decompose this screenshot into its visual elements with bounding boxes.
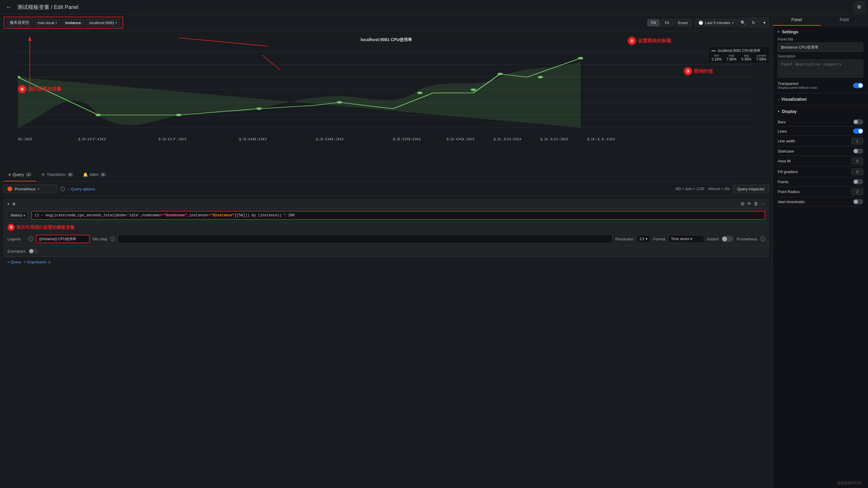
- metrics-select[interactable]: Metrics ▾: [7, 212, 28, 219]
- exact-button[interactable]: Exact: [674, 19, 692, 27]
- svg-text:13:07:30: 13:07:30: [158, 137, 186, 141]
- svg-text:13:10:30: 13:10:30: [539, 137, 568, 141]
- svg-point-18: [337, 101, 342, 103]
- transparent-row: Transparent Display panel without a bac: [778, 82, 863, 89]
- panel-title-input[interactable]: [778, 42, 863, 52]
- query-tabs: ≡ Query 1 ⟲ Transform 0 🔔 Alert 0: [0, 168, 773, 182]
- area-fill-value[interactable]: 0: [851, 158, 863, 164]
- panel-tab[interactable]: Panel: [773, 14, 820, 26]
- more-button[interactable]: ▾: [760, 18, 769, 27]
- datasource-select[interactable]: Prometheus ▾: [4, 185, 57, 193]
- instance-dropdown[interactable]: localhost:9081 ▾: [86, 19, 120, 27]
- variable-group: 服务器类型 mac-local ▾ instance localhost:908…: [4, 17, 123, 29]
- back-button[interactable]: ←: [4, 2, 14, 11]
- min-step-info-icon[interactable]: i: [110, 236, 115, 241]
- display-area-fill: Area fill 0: [778, 156, 863, 166]
- alert-thresholds-toggle[interactable]: [853, 199, 863, 204]
- chevron-down-icon: ▾: [56, 21, 57, 25]
- clock-icon: 🕐: [699, 21, 703, 25]
- datasource-info-icon[interactable]: i: [60, 187, 65, 191]
- query-tab[interactable]: ≡ Query 1: [4, 168, 36, 182]
- more-icon[interactable]: ⋯: [761, 201, 765, 206]
- bars-toggle[interactable]: [853, 119, 863, 125]
- fill-button[interactable]: Fill: [647, 19, 660, 27]
- chevron-down-icon-5: ▾: [38, 187, 39, 191]
- svg-text:13:11:00: 13:11:00: [586, 137, 615, 141]
- refresh-button[interactable]: ↻: [749, 18, 758, 27]
- query-options-button[interactable]: › Query options: [68, 187, 95, 191]
- transform-tab[interactable]: ⟲ Transform 0: [36, 168, 78, 182]
- time-picker[interactable]: 🕐 Last 5 minutes ▾: [695, 19, 737, 27]
- annotation-4: ④ 我们设置的变量: [18, 85, 61, 93]
- transform-icon: ⟲: [41, 172, 45, 177]
- delete-icon[interactable]: 🗑: [754, 201, 758, 206]
- legend-info-icon[interactable]: i: [28, 236, 33, 241]
- svg-text:13:09:30: 13:09:30: [445, 137, 474, 141]
- svg-point-15: [96, 114, 101, 116]
- lines-toggle[interactable]: [853, 128, 863, 134]
- duplicate-icon[interactable]: ⊞: [741, 201, 745, 206]
- line-width-value[interactable]: 1: [851, 138, 863, 144]
- gear-icon: ⚙: [857, 4, 861, 10]
- query-count-badge: 1: [26, 172, 32, 177]
- annotation-2: ② 表示引用我们设置的模板变量: [4, 223, 769, 232]
- description-label: Description: [778, 54, 863, 58]
- point-radius-value[interactable]: 2: [851, 188, 863, 195]
- query-expression[interactable]: (1 - avg(irate(node_cpu_seconds_total{mo…: [31, 211, 765, 220]
- chevron-down-icon-9: ▾: [778, 30, 779, 34]
- svg-text:13:06:30: 13:06:30: [18, 137, 32, 141]
- server-type-dropdown[interactable]: mac-local ▾: [34, 19, 60, 27]
- exemplars-toggle[interactable]: [29, 249, 39, 254]
- instant-toggle[interactable]: [722, 236, 734, 242]
- format-select[interactable]: Time series ▾: [668, 235, 704, 243]
- collapse-icon: ▾: [7, 202, 9, 206]
- hide-icon[interactable]: 👁: [747, 201, 751, 206]
- settings-header[interactable]: ▾ Settings: [778, 30, 863, 34]
- svg-point-23: [578, 57, 583, 59]
- add-query-button[interactable]: + Query: [7, 260, 21, 264]
- display-point-radius: Point Radius 2: [778, 187, 863, 197]
- fit-button[interactable]: Fit: [661, 19, 673, 27]
- exemplars-row: Exemplars: [4, 246, 769, 256]
- display-header[interactable]: ▾ Display: [778, 109, 863, 114]
- toolbar-row: 服务器类型 mac-local ▾ instance localhost:908…: [0, 14, 773, 31]
- transform-count-badge: 0: [67, 172, 73, 177]
- display-section: ▾ Display Bars Lines Line width 1: [773, 105, 868, 210]
- prometheus-end-info-icon[interactable]: i: [761, 236, 765, 241]
- add-expression-button[interactable]: + Expression ⚠: [24, 260, 51, 264]
- svg-text:13:10:00: 13:10:00: [492, 137, 521, 141]
- md-info: MD = auto = 1230 Interval = 15s: [676, 187, 730, 191]
- chevron-down-icon-6: ▾: [24, 214, 25, 217]
- svg-point-19: [417, 92, 423, 94]
- min-step-input[interactable]: [118, 234, 612, 243]
- chart-area: localhost:9081 CPU使用率 ① 设置图表的标题 localhos…: [0, 31, 773, 168]
- settings-button[interactable]: ⚙: [854, 2, 864, 12]
- resolution-select[interactable]: 1/1 ▾: [637, 235, 650, 243]
- bottom-buttons: + Query + Expression ⚠: [4, 257, 769, 267]
- visualization-header[interactable]: › Visualization: [778, 97, 863, 102]
- alert-tab[interactable]: 🔔 Alert 0: [78, 168, 111, 182]
- transparent-toggle[interactable]: [853, 83, 863, 88]
- alert-icon: 🔔: [83, 172, 88, 177]
- staircase-toggle[interactable]: [853, 149, 863, 154]
- settings-section: ▾ Settings Panel title Description Trans…: [773, 26, 868, 93]
- svg-point-20: [471, 89, 476, 91]
- fill-gradient-value[interactable]: 0: [851, 168, 863, 175]
- page-title: 测试模板变量 / Edit Panel: [17, 4, 79, 11]
- display-points: Points: [778, 177, 863, 187]
- svg-text:13:08:30: 13:08:30: [315, 137, 344, 141]
- description-textarea[interactable]: [778, 60, 863, 77]
- expression-container: (1 - avg(irate(node_cpu_seconds_total{mo…: [31, 211, 765, 220]
- chart-svg-container: 8% 7% 6% 5% 4% 3% 2%: [18, 45, 755, 153]
- query-icon: ≡: [8, 172, 11, 177]
- zoom-button[interactable]: 🔍: [738, 18, 748, 27]
- chevron-down-icon-8: ▾: [690, 237, 692, 241]
- legend-input[interactable]: [36, 235, 90, 243]
- query-inspector-button[interactable]: Query inspector: [733, 185, 769, 193]
- field-tab[interactable]: Field: [820, 14, 868, 26]
- svg-point-16: [176, 114, 181, 116]
- points-toggle[interactable]: [853, 179, 863, 185]
- display-lines: Lines: [778, 127, 863, 136]
- display-fill-gradient: Fill gradient 0: [778, 166, 863, 177]
- center-panel: 服务器类型 mac-local ▾ instance localhost:908…: [0, 14, 773, 488]
